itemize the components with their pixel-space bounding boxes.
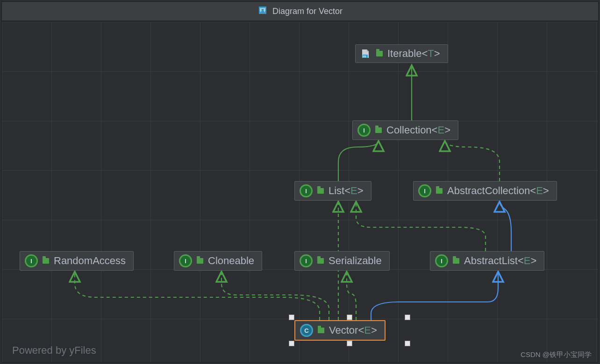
node-cloneable[interactable]: I Cloneable (174, 251, 262, 271)
interface-icon: I (435, 254, 448, 267)
package-icon (376, 51, 383, 56)
interface-icon: I (418, 184, 431, 197)
node-label: Collection<E> (386, 124, 450, 136)
package-icon (318, 328, 324, 333)
node-label: List<E> (329, 185, 364, 197)
resize-handle[interactable] (347, 341, 352, 346)
package-icon (317, 188, 324, 194)
interface-icon: I (179, 254, 192, 267)
interface-icon: I (300, 184, 313, 197)
interface-icon: I (357, 124, 371, 137)
node-label: Serializable (329, 255, 382, 267)
node-serializable[interactable]: I Serializable (294, 251, 390, 271)
svg-text:01: 01 (363, 55, 366, 58)
node-abstractlist[interactable]: I AbstractList<E> (430, 251, 544, 271)
node-iterable[interactable]: 01 Iterable<T> (355, 44, 448, 63)
node-label: Cloneable (208, 255, 254, 267)
diagram-title: Diagram for Vector (272, 7, 343, 16)
resize-handle[interactable] (405, 315, 410, 320)
powered-by-label: Powered by yFiles (12, 344, 96, 357)
node-label: AbstractList<E> (464, 255, 536, 267)
diagram-header-icon (257, 5, 268, 18)
diagram-canvas[interactable]: 01 Iterable<T> I Collection<E> I List<E>… (1, 21, 599, 363)
diagram-header: Diagram for Vector (1, 1, 599, 21)
node-label: RandomAccess (54, 255, 126, 267)
package-icon (375, 127, 382, 133)
class-icon: C (300, 324, 313, 337)
resize-handle[interactable] (289, 341, 294, 346)
resize-handle[interactable] (405, 341, 410, 346)
resize-handle[interactable] (289, 315, 294, 320)
interface-icon: I (300, 254, 313, 267)
node-list[interactable]: I List<E> (294, 181, 371, 201)
node-abstractcollection[interactable]: I AbstractCollection<E> (413, 181, 557, 201)
node-randomaccess[interactable]: I RandomAccess (20, 251, 134, 271)
node-collection[interactable]: I Collection<E> (352, 120, 458, 140)
package-icon (43, 258, 49, 264)
node-vector[interactable]: C Vector<E> (294, 320, 386, 341)
node-label: Vector<E> (329, 324, 377, 336)
file-icon: 01 (360, 49, 371, 59)
package-icon (453, 258, 459, 264)
node-label: AbstractCollection<E> (447, 185, 549, 197)
resize-handle[interactable] (347, 315, 352, 320)
package-icon (436, 188, 443, 194)
watermark: CSDN @铁甲小宝同学 (521, 350, 592, 359)
package-icon (317, 258, 324, 264)
interface-icon: I (25, 254, 38, 267)
package-icon (197, 258, 203, 264)
node-label: Iterable<T> (387, 48, 440, 60)
